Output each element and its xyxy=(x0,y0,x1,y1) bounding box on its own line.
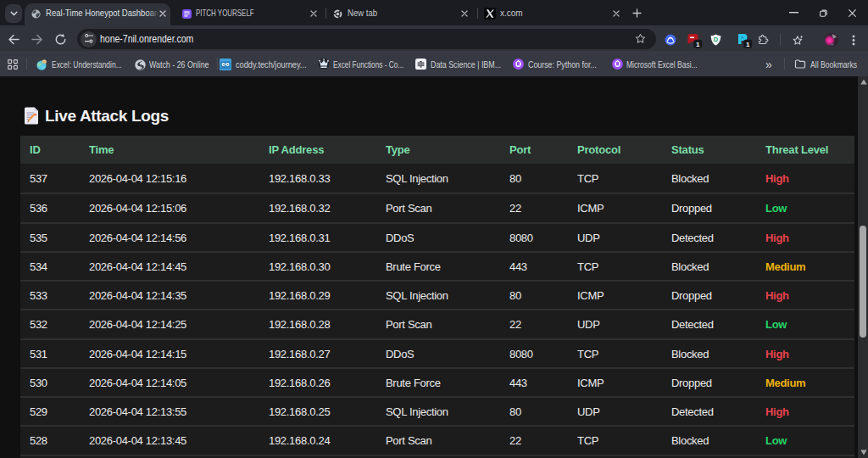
svg-text:1: 1 xyxy=(746,41,750,48)
svg-text:D: D xyxy=(714,36,719,43)
svg-text:1: 1 xyxy=(696,41,700,48)
